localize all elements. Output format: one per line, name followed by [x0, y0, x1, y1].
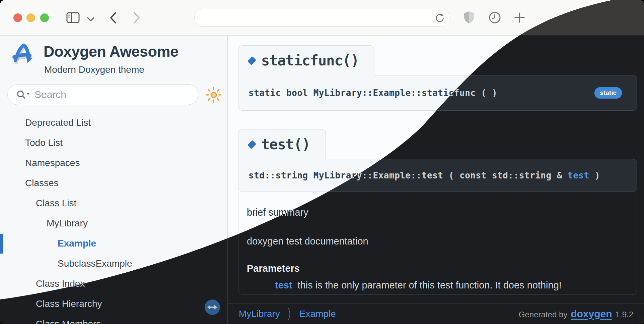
history-clock-icon[interactable]: [489, 12, 501, 23]
generated-by-label: Generated by: [519, 310, 567, 319]
doxygen-link[interactable]: doxygen: [571, 308, 612, 320]
detailed-description: doxygen test documentation: [247, 236, 368, 247]
doxygen-awesome-logo-icon: [11, 42, 35, 68]
sidebar-item-class-members[interactable]: Class Members: [0, 314, 227, 324]
sidebar-item-todo-list[interactable]: Todo List: [0, 133, 227, 153]
parameters-heading: Parameters: [247, 263, 300, 274]
promo-stage: Doxygen Awesome Modern Doxygen theme: [0, 0, 644, 324]
member-title-test: test(): [238, 129, 326, 159]
sidebar-resize-button[interactable]: [205, 300, 220, 315]
sidebar-item-class-hierarchy[interactable]: Class Hierarchy: [0, 294, 227, 314]
diamond-bullet-icon: [247, 56, 256, 65]
selected-item-indicator: [0, 234, 3, 254]
page-footer: MyLibrary Example Generated by doxygen 1…: [228, 304, 644, 324]
sidebar-item-example[interactable]: Example: [0, 233, 227, 254]
new-tab-plus-icon[interactable]: [514, 12, 525, 23]
traffic-light-zoom[interactable]: [40, 13, 49, 22]
sidebar-item-mylibrary[interactable]: MyLibrary: [0, 213, 227, 233]
member-name: staticfunc(): [261, 52, 359, 69]
left-right-arrows-icon: [207, 305, 217, 310]
breadcrumb-separator-icon: [287, 307, 292, 321]
sidebar-item-deprecated-list[interactable]: Deprecated List: [0, 113, 227, 133]
search-box[interactable]: [7, 84, 198, 105]
breadcrumb-example[interactable]: Example: [299, 309, 336, 319]
breadcrumb-mylibrary[interactable]: MyLibrary: [239, 309, 280, 319]
parameter-description: this is the only parameter of this test …: [298, 280, 562, 291]
project-title: Doxygen Awesome: [44, 43, 178, 60]
generated-by: Generated by doxygen 1.9.2: [519, 308, 633, 320]
static-badge: static: [594, 87, 622, 99]
member-name: test(): [261, 136, 310, 153]
parameter-row: test this is the only parameter of this …: [247, 280, 562, 291]
magnifier-dropdown-icon: [16, 90, 31, 100]
address-bar[interactable]: [194, 9, 450, 27]
breadcrumb: MyLibrary Example: [239, 307, 336, 321]
sidebar-item-class-list[interactable]: Class List: [0, 193, 227, 213]
parameter-name: test: [275, 280, 292, 291]
doxygen-version: 1.9.2: [616, 310, 633, 319]
address-input[interactable]: [203, 9, 430, 26]
search-input[interactable]: [34, 85, 191, 105]
traffic-light-minimize[interactable]: [26, 13, 35, 22]
forward-icon[interactable]: [133, 12, 140, 24]
back-icon[interactable]: [110, 12, 117, 24]
sidebar-item-classes[interactable]: Classes: [0, 173, 227, 193]
traffic-light-close[interactable]: [13, 13, 22, 22]
member-title-staticfunc: staticfunc(): [238, 45, 374, 75]
project-subtitle: Modern Doxygen theme: [44, 64, 144, 75]
reload-icon[interactable]: [435, 13, 445, 23]
diamond-bullet-icon: [247, 140, 256, 149]
signature-param: test: [568, 170, 589, 180]
toolbar-divider: [83, 11, 83, 24]
sun-icon[interactable]: [205, 87, 222, 103]
tab-overview-chevron-icon[interactable]: [87, 17, 94, 21]
sidebar-item-namespaces[interactable]: Namespaces: [0, 153, 227, 173]
sidebar-toggle-icon[interactable]: [66, 12, 80, 23]
privacy-shield-icon[interactable]: [464, 11, 474, 24]
